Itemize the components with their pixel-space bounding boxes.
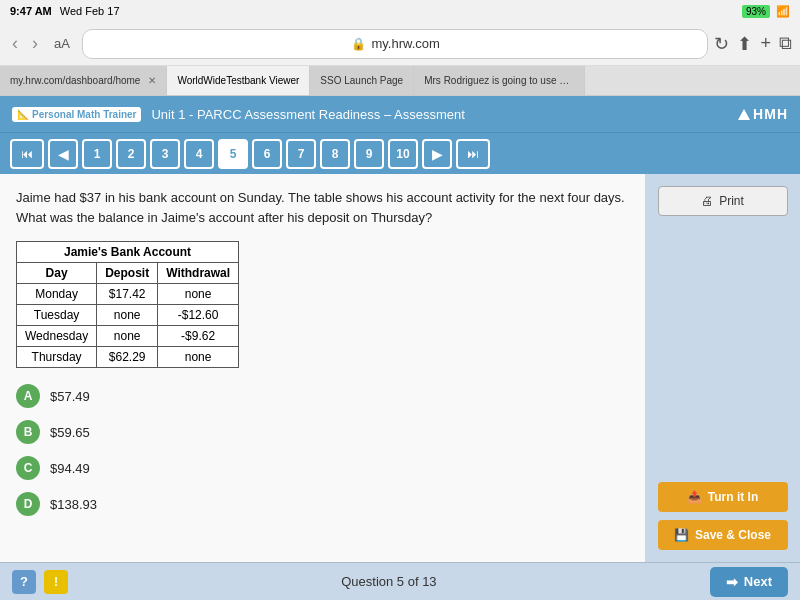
app-header: 📐 Personal Math Trainer Unit 1 - PARCC A… (0, 96, 800, 132)
answer-option-b[interactable]: B $59.65 (16, 420, 629, 444)
turn-in-label: Turn it In (708, 490, 758, 504)
answer-option-c[interactable]: C $94.49 (16, 456, 629, 480)
row-withdrawal: none (158, 284, 239, 305)
answer-options: A $57.49 B $59.65 C $94.49 D $138.93 (16, 384, 629, 516)
tab-mrs-rodriguez[interactable]: Mrs Rodriguez is going to use 6 1/3... (414, 66, 585, 95)
answer-circle-d: D (16, 492, 40, 516)
last-page-button[interactable]: ⏭ (456, 139, 490, 169)
browser-bar: ‹ › aA 🔒 my.hrw.com ↻ ⬆ + ⧉ (0, 22, 800, 66)
answer-circle-a: A (16, 384, 40, 408)
row-day: Thursday (17, 347, 97, 368)
table-row: Wednesday none -$9.62 (17, 326, 239, 347)
row-day: Monday (17, 284, 97, 305)
answer-text-b: $59.65 (50, 425, 90, 440)
answer-circle-b: B (16, 420, 40, 444)
app-title: Unit 1 - PARCC Assessment Readiness – As… (151, 107, 728, 122)
save-close-button[interactable]: 💾 Save & Close (658, 520, 788, 550)
share-button[interactable]: ⬆ (737, 33, 752, 55)
tab-label: SSO Launch Page (320, 75, 403, 86)
question-text: Jaime had $37 in his bank account on Sun… (16, 188, 629, 227)
answer-option-d[interactable]: D $138.93 (16, 492, 629, 516)
help-button[interactable]: ? (12, 570, 36, 594)
tab-testbank[interactable]: WorldWideTestbank Viewer (167, 66, 310, 95)
status-bar: 9:47 AM Wed Feb 17 93% 📶 (0, 0, 800, 22)
main-area: Jaime had $37 in his bank account on Sun… (0, 174, 800, 562)
table-row: Tuesday none -$12.60 (17, 305, 239, 326)
page-1-button[interactable]: 1 (82, 139, 112, 169)
turn-in-button[interactable]: 📤 Turn it In (658, 482, 788, 512)
bank-table-container: Jamie's Bank Account Day Deposit Withdra… (16, 241, 629, 368)
row-deposit: none (97, 326, 158, 347)
page-8-button[interactable]: 8 (320, 139, 350, 169)
battery-indicator: 93% (742, 5, 770, 18)
row-day: Wednesday (17, 326, 97, 347)
right-panel: 🖨 Print 📤 Turn it In 💾 Save & Close (645, 174, 800, 562)
bottom-left: ? ! (12, 570, 68, 594)
row-deposit: none (97, 305, 158, 326)
url-text: my.hrw.com (372, 36, 440, 51)
print-icon: 🖨 (701, 194, 713, 208)
page-4-button[interactable]: 4 (184, 139, 214, 169)
answer-text-c: $94.49 (50, 461, 90, 476)
wifi-icon: 📶 (776, 5, 790, 18)
forward-button[interactable]: › (28, 31, 42, 56)
save-close-label: Save & Close (695, 528, 771, 542)
tab-label: Mrs Rodriguez is going to use 6 1/3... (424, 75, 574, 86)
back-button[interactable]: ‹ (8, 31, 22, 56)
page-6-button[interactable]: 6 (252, 139, 282, 169)
app-logo: 📐 Personal Math Trainer (12, 107, 141, 122)
logo-text: Personal Math Trainer (32, 109, 136, 120)
page-5-button[interactable]: 5 (218, 139, 248, 169)
hmh-logo: HMH (738, 106, 788, 122)
turn-in-icon: 📤 (687, 490, 702, 504)
tabs-button[interactable]: ⧉ (779, 33, 792, 54)
refresh-button[interactable]: ↻ (714, 33, 729, 55)
answer-text-d: $138.93 (50, 497, 97, 512)
table-header-deposit: Deposit (97, 263, 158, 284)
table-header-day: Day (17, 263, 97, 284)
alert-button[interactable]: ! (44, 570, 68, 594)
print-button[interactable]: 🖨 Print (658, 186, 788, 216)
page-2-button[interactable]: 2 (116, 139, 146, 169)
tab-label: WorldWideTestbank Viewer (177, 75, 299, 86)
table-header-withdrawal: Withdrawal (158, 263, 239, 284)
next-button[interactable]: ➡ Next (710, 567, 788, 597)
page-10-button[interactable]: 10 (388, 139, 418, 169)
logo-icon: 📐 (17, 109, 29, 120)
reader-button[interactable]: aA (48, 34, 76, 53)
first-page-button[interactable]: ⏮ (10, 139, 44, 169)
question-counter: Question 5 of 13 (68, 574, 710, 589)
tab-sso[interactable]: SSO Launch Page (310, 66, 414, 95)
add-tab-button[interactable]: + (760, 33, 771, 54)
bank-table: Jamie's Bank Account Day Deposit Withdra… (16, 241, 239, 368)
next-page-button[interactable]: ▶ (422, 139, 452, 169)
status-time: 9:47 AM (10, 5, 52, 17)
address-bar[interactable]: 🔒 my.hrw.com (82, 29, 709, 59)
nav-bar: ⏮ ◀ 1 2 3 4 5 6 7 8 9 10 ▶ ⏭ (0, 132, 800, 174)
table-row: Thursday $62.29 none (17, 347, 239, 368)
tab-dashboard[interactable]: my.hrw.com/dashboard/home ✕ (0, 66, 167, 95)
tabs-bar: my.hrw.com/dashboard/home ✕ WorldWideTes… (0, 66, 800, 96)
save-icon: 💾 (674, 528, 689, 542)
row-deposit: $17.42 (97, 284, 158, 305)
page-7-button[interactable]: 7 (286, 139, 316, 169)
next-label: Next (744, 574, 772, 589)
row-day: Tuesday (17, 305, 97, 326)
prev-page-button[interactable]: ◀ (48, 139, 78, 169)
table-row: Monday $17.42 none (17, 284, 239, 305)
tab-close-icon[interactable]: ✕ (148, 75, 156, 86)
hmh-text: HMH (753, 106, 788, 122)
answer-option-a[interactable]: A $57.49 (16, 384, 629, 408)
row-withdrawal: -$12.60 (158, 305, 239, 326)
page-3-button[interactable]: 3 (150, 139, 180, 169)
answer-text-a: $57.49 (50, 389, 90, 404)
page-9-button[interactable]: 9 (354, 139, 384, 169)
bottom-bar: ? ! Question 5 of 13 ➡ Next (0, 562, 800, 600)
next-arrow-icon: ➡ (726, 574, 738, 590)
status-day: Wed Feb 17 (60, 5, 120, 17)
question-panel: Jaime had $37 in his bank account on Sun… (0, 174, 645, 562)
row-withdrawal: none (158, 347, 239, 368)
tab-label: my.hrw.com/dashboard/home (10, 75, 140, 86)
answer-circle-c: C (16, 456, 40, 480)
row-withdrawal: -$9.62 (158, 326, 239, 347)
